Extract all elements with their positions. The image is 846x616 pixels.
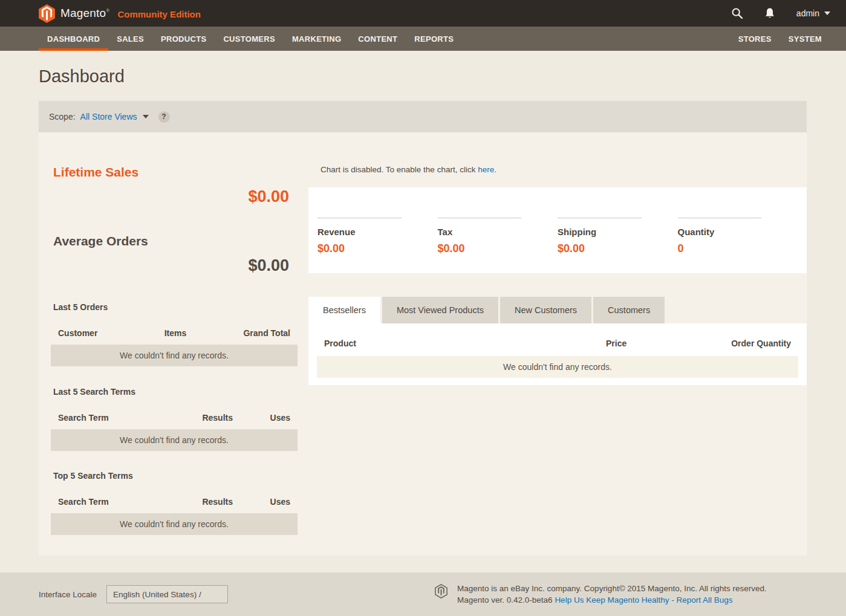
scope-bar: Scope: All Store Views ? (39, 101, 807, 132)
top-5-search-terms-empty-row: We couldn't find any records. (51, 513, 298, 535)
column-header-results: Results (166, 496, 233, 507)
totals-panel: Revenue $0.00 Tax $0.00 Shipping $0.00 Q… (308, 187, 807, 273)
nav-item-sales[interactable]: SALES (108, 27, 152, 51)
stat-shipping-label: Shipping (558, 227, 642, 238)
app-footer: Interface Locale English (United States)… (0, 572, 846, 616)
footer-text: Magento is an eBay Inc. company. Copyrig… (457, 583, 767, 606)
footer-version-text: Magento ver. 0.42.0-beta6 (457, 595, 555, 605)
column-header-order-quantity: Order Quantity (700, 338, 791, 349)
stat-shipping-value: $0.00 (558, 242, 642, 255)
magento-footer-logo-icon (435, 584, 447, 598)
nav-item-content[interactable]: CONTENT (350, 27, 406, 51)
stat-divider (558, 218, 642, 218)
stat-quantity-label: Quantity (678, 227, 762, 238)
stat-divider (438, 218, 522, 218)
tab-most-viewed-products[interactable]: Most Viewed Products (382, 297, 498, 323)
enable-chart-link[interactable]: here. (478, 165, 496, 174)
bestsellers-table-header: Product Price Order Quantity (308, 323, 807, 349)
help-icon[interactable]: ? (158, 111, 170, 123)
stat-tax-value: $0.00 (438, 242, 522, 255)
chart-disabled-notice: Chart is disabled. To enable the chart, … (321, 164, 807, 176)
column-header-items: Items (133, 328, 218, 339)
nav-spacer (462, 27, 729, 51)
tab-new-customers[interactable]: New Customers (500, 297, 591, 323)
stat-tax: Tax $0.00 (438, 218, 558, 273)
notifications-bell-icon[interactable] (764, 7, 776, 19)
stat-divider (317, 218, 402, 218)
average-orders-label: Average Orders (53, 235, 298, 248)
bestsellers-empty-row: We couldn't find any records. (317, 356, 798, 378)
admin-user-name: admin (796, 8, 819, 18)
admin-user-menu[interactable]: admin (796, 8, 830, 18)
stat-revenue: Revenue $0.00 (317, 218, 438, 273)
main-content: Dashboard Scope: All Store Views ? Lifet… (0, 64, 846, 556)
scope-selector[interactable]: All Store Views (80, 112, 137, 122)
column-header-product: Product (324, 338, 606, 349)
nav-item-marketing[interactable]: MARKETING (284, 27, 350, 51)
tab-bestsellers[interactable]: Bestsellers (308, 297, 380, 323)
last-5-search-terms-title: Last 5 Search Terms (53, 387, 298, 397)
dashboard-left-column: Lifetime Sales $0.00 Average Orders $0.0… (39, 132, 298, 556)
brand-edition: Community Edition (117, 9, 201, 19)
top-5-search-terms-title: Top 5 Search Terms (53, 471, 298, 481)
interface-locale-select[interactable]: English (United States) / (106, 585, 228, 603)
last-5-search-terms-empty-row: We couldn't find any records. (51, 429, 298, 451)
column-header-search-term: Search Term (58, 412, 166, 423)
column-header-search-term: Search Term (58, 496, 166, 507)
nav-item-reports[interactable]: REPORTS (406, 27, 462, 51)
nav-item-system[interactable]: SYSTEM (780, 27, 830, 51)
stat-tax-label: Tax (438, 227, 522, 238)
nav-item-stores[interactable]: STORES (730, 27, 780, 51)
bestsellers-panel: Product Price Order Quantity We couldn't… (308, 323, 807, 385)
footer-copyright-block: Magento is an eBay Inc. company. Copyrig… (435, 583, 807, 606)
report-bugs-link[interactable]: Help Us Keep Magento Healthy - Report Al… (555, 595, 732, 605)
last-5-orders-empty-row: We couldn't find any records. (51, 345, 298, 366)
header-actions: admin (731, 7, 830, 19)
dashboard-panel: Lifetime Sales $0.00 Average Orders $0.0… (39, 132, 807, 556)
brand-name: Magento® (60, 7, 109, 20)
nav-item-products[interactable]: PRODUCTS (152, 27, 215, 51)
stat-quantity-value: 0 (678, 242, 762, 255)
dashboard-right-column: Chart is disabled. To enable the chart, … (308, 132, 807, 556)
lifetime-sales-value: $0.00 (51, 187, 289, 206)
interface-locale-label: Interface Locale (39, 590, 97, 599)
brand-trademark: ® (106, 8, 109, 13)
chart-disabled-text: Chart is disabled. To enable the chart, … (321, 165, 478, 174)
main-navigation: DASHBOARD SALES PRODUCTS CUSTOMERS MARKE… (0, 27, 846, 51)
top-5-search-terms-header: Search Term Results Uses (51, 496, 298, 507)
nav-item-customers[interactable]: CUSTOMERS (215, 27, 284, 51)
stat-quantity: Quantity 0 (678, 218, 798, 273)
column-header-uses: Uses (233, 496, 290, 507)
page-title: Dashboard (39, 64, 807, 88)
chevron-down-icon (824, 11, 830, 15)
column-header-grand-total: Grand Total (218, 328, 290, 339)
stat-revenue-value: $0.00 (317, 242, 402, 255)
footer-version-line: Magento ver. 0.42.0-beta6 Help Us Keep M… (457, 594, 767, 606)
nav-item-dashboard[interactable]: DASHBOARD (39, 27, 108, 51)
footer-copyright-line: Magento is an eBay Inc. company. Copyrig… (457, 583, 767, 594)
column-header-price: Price (606, 338, 700, 349)
scope-label: Scope: (49, 112, 76, 122)
tab-customers[interactable]: Customers (593, 297, 665, 323)
stat-revenue-label: Revenue (317, 227, 402, 238)
stat-shipping: Shipping $0.00 (558, 218, 678, 273)
column-header-customer: Customer (58, 328, 133, 339)
lifetime-sales-label: Lifetime Sales (53, 166, 298, 179)
magento-brand[interactable]: Magento® Community Edition (39, 4, 201, 23)
search-icon[interactable] (731, 7, 743, 19)
app-header: Magento® Community Edition admin (0, 0, 846, 27)
column-header-uses: Uses (233, 412, 290, 423)
average-orders-value: $0.00 (51, 256, 289, 274)
dashboard-tabs: Bestsellers Most Viewed Products New Cus… (308, 297, 807, 323)
last-5-orders-title: Last 5 Orders (53, 302, 298, 312)
stat-divider (678, 218, 762, 218)
column-header-results: Results (166, 412, 233, 423)
magento-logo-icon (39, 4, 55, 23)
last-5-orders-header: Customer Items Grand Total (51, 328, 298, 339)
interface-locale-group: Interface Locale English (United States)… (39, 585, 228, 603)
last-5-search-terms-header: Search Term Results Uses (51, 412, 298, 423)
chevron-down-icon[interactable] (143, 115, 149, 118)
